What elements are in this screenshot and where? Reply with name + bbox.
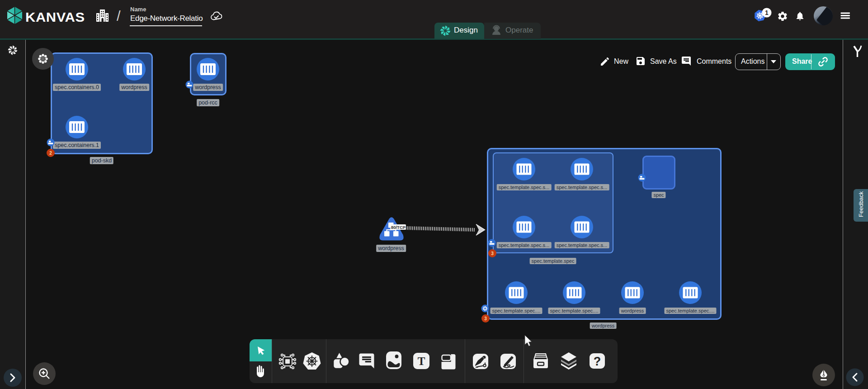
svg-text:3: 3 [484,316,487,321]
svg-text:80/TCP: 80/TCP [391,225,406,230]
